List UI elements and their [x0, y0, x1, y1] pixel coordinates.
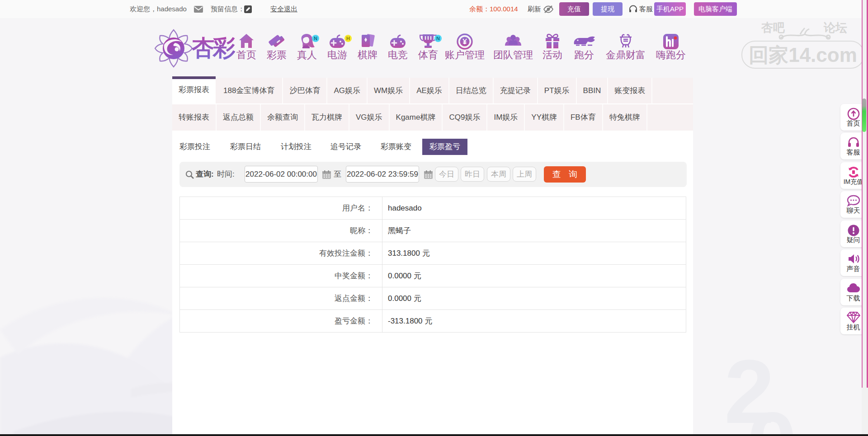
svg-text:杏彩: 杏彩: [191, 35, 235, 61]
